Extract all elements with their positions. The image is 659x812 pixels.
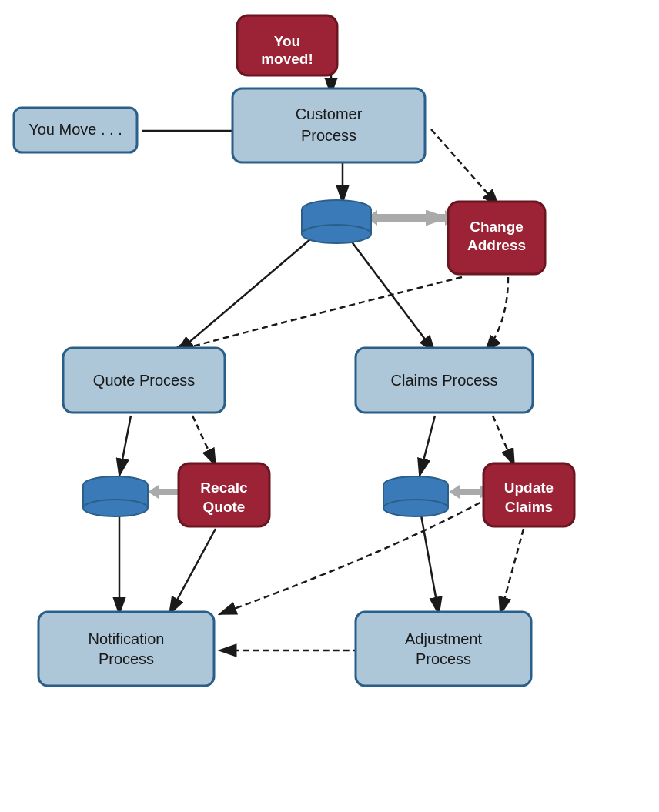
quote-process-label: Quote Process xyxy=(93,372,195,389)
svg-line-13 xyxy=(420,416,435,476)
you-moved-label2: moved! xyxy=(261,51,313,67)
svg-line-17 xyxy=(420,506,439,614)
change-address-label: Change xyxy=(470,219,524,235)
you-move-label: You Move . . . xyxy=(28,121,122,138)
notification-process-label2: Process xyxy=(99,650,154,667)
recalc-quote-label2: Quote xyxy=(203,499,246,515)
svg-line-9 xyxy=(177,235,316,353)
adjustment-process-label2: Process xyxy=(416,650,471,667)
customer-process-node xyxy=(232,89,425,162)
update-claims-label2: Claims xyxy=(505,499,553,515)
notification-process-node xyxy=(38,612,214,686)
change-address-label2: Address xyxy=(467,237,526,253)
svg-line-11 xyxy=(119,416,131,476)
svg-line-14 xyxy=(493,416,514,466)
svg-line-18 xyxy=(500,529,524,614)
svg-line-10 xyxy=(346,235,435,353)
adjustment-process-label: Adjustment xyxy=(405,630,482,647)
update-claims-label: Update xyxy=(504,480,554,496)
db-top-bottom xyxy=(302,225,371,243)
gray-arrow-top xyxy=(366,210,456,226)
svg-line-16 xyxy=(169,529,216,614)
notification-process-label: Notification xyxy=(89,630,165,647)
customer-process-label2: Process xyxy=(301,127,356,144)
diagram: You moved! You Move . . . Customer Proce… xyxy=(0,0,659,812)
adjustment-process-node xyxy=(356,612,531,686)
svg-line-12 xyxy=(192,416,216,466)
svg-line-6 xyxy=(431,129,499,206)
you-moved-label: You xyxy=(274,33,300,49)
recalc-quote-label: Recalc xyxy=(200,480,248,496)
customer-process-label: Customer xyxy=(296,105,363,122)
db-quote-bottom xyxy=(83,500,148,516)
claims-process-label: Claims Process xyxy=(391,372,498,389)
db-claims-bottom xyxy=(383,500,448,516)
